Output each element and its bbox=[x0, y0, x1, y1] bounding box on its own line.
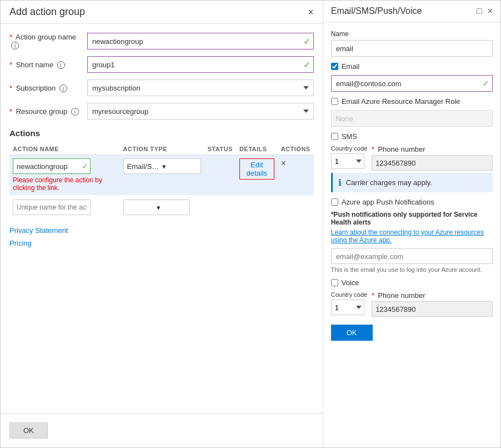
resource-group-info-icon[interactable]: i bbox=[71, 108, 79, 116]
push-checkbox[interactable] bbox=[331, 198, 338, 206]
new-action-actions-cell bbox=[278, 195, 314, 220]
action-name-input[interactable] bbox=[13, 158, 91, 174]
col-action-name: ACTION NAME bbox=[9, 143, 120, 155]
email-azure-role-label: Email Azure Resource Manager Role bbox=[342, 97, 460, 106]
action-type-cell: Email/SMS/Push/V... ▾ bbox=[120, 155, 204, 196]
email-azure-role-checkbox-row: Email Azure Resource Manager Role bbox=[331, 97, 493, 106]
push-email-input[interactable] bbox=[331, 248, 493, 264]
sms-phone-col: * Phone number bbox=[372, 145, 493, 171]
action-type-dropdown[interactable]: Email/SMS/Push/V... ▾ bbox=[123, 158, 201, 174]
actions-section-title: Actions bbox=[9, 128, 314, 138]
voice-phone-input[interactable] bbox=[372, 301, 493, 317]
short-name-check-icon: ✓ bbox=[303, 59, 310, 70]
action-status-cell bbox=[204, 155, 236, 196]
new-action-name-input[interactable] bbox=[13, 200, 91, 215]
actions-table: ACTION NAME ACTION TYPE STATUS DETAILS A… bbox=[9, 143, 314, 220]
email-checkbox-label: Email bbox=[342, 62, 360, 71]
push-checkbox-row: Azure app Push Notifications bbox=[331, 198, 493, 206]
left-panel: Add action group × * Action group name i… bbox=[1, 1, 323, 447]
subscription-group: * Subscription i mysubscription bbox=[9, 79, 314, 96]
action-actions-cell: × bbox=[278, 155, 314, 196]
col-actions: ACTIONS bbox=[278, 143, 314, 155]
email-input-wrap: ✓ bbox=[331, 75, 493, 92]
sms-country-select[interactable]: 1 bbox=[331, 153, 364, 169]
action-group-name-label: * Action group name i bbox=[9, 33, 87, 49]
right-panel-header: Email/SMS/Push/Voice □ × bbox=[323, 1, 500, 22]
new-action-details-cell bbox=[236, 195, 278, 220]
sms-checkbox-row: SMS bbox=[331, 132, 493, 141]
sms-checkbox-label: SMS bbox=[342, 132, 357, 141]
subscription-label: * Subscription i bbox=[9, 84, 87, 92]
voice-checkbox-row: Voice bbox=[331, 278, 493, 287]
push-checkbox-label: Azure app Push Notifications bbox=[342, 198, 434, 206]
action-name-cell: ✓ Please configure the action by clickin… bbox=[9, 155, 120, 196]
email-check-icon: ✓ bbox=[483, 79, 489, 88]
name-field-label: Name bbox=[331, 30, 493, 38]
col-details: DETAILS bbox=[236, 143, 278, 155]
right-ok-button[interactable]: OK bbox=[331, 325, 373, 341]
voice-country-code-label: Country code bbox=[331, 291, 367, 298]
privacy-statement-link[interactable]: Privacy Statement bbox=[9, 226, 314, 235]
new-action-name-cell bbox=[9, 195, 120, 220]
voice-checkbox[interactable] bbox=[331, 279, 338, 286]
required-star-2: * bbox=[9, 61, 12, 69]
pricing-link[interactable]: Pricing bbox=[9, 239, 314, 247]
voice-country-col: Country code 1 bbox=[331, 291, 367, 315]
right-panel: Email/SMS/Push/Voice □ × Name Email ✓ bbox=[323, 1, 500, 447]
action-type-chevron-icon: ▾ bbox=[162, 162, 197, 171]
new-action-type-dropdown[interactable]: ▾ bbox=[123, 200, 190, 215]
voice-phone-col: * Phone number bbox=[372, 291, 493, 317]
carrier-banner: ℹ Carrier charges may apply. bbox=[331, 173, 493, 192]
resource-group-select[interactable]: myresourcegroup bbox=[87, 103, 314, 120]
col-status: STATUS bbox=[204, 143, 236, 155]
left-panel-header: Add action group × bbox=[1, 1, 323, 24]
right-header-icons: □ × bbox=[477, 6, 493, 16]
sms-phone-input[interactable] bbox=[372, 155, 493, 171]
resource-group-label: * Resource group i bbox=[9, 107, 87, 116]
azure-role-select[interactable]: None bbox=[331, 110, 493, 127]
left-ok-button[interactable]: OK bbox=[9, 422, 48, 439]
short-name-group: * Short name i ✓ bbox=[9, 56, 314, 73]
email-checkbox[interactable] bbox=[331, 63, 338, 70]
sms-country-code-label: Country code bbox=[331, 145, 367, 152]
action-name-check-icon: ✓ bbox=[82, 162, 88, 171]
new-action-type-chevron-icon: ▾ bbox=[157, 203, 186, 212]
left-panel-title: Add action group bbox=[9, 6, 85, 18]
voice-phone-label: * Phone number bbox=[372, 291, 493, 300]
required-star: * bbox=[9, 33, 12, 41]
voice-country-phone-row: Country code 1 * Phone number bbox=[331, 291, 493, 317]
table-row: ✓ Please configure the action by clickin… bbox=[9, 155, 314, 196]
left-panel-close-button[interactable]: × bbox=[308, 7, 314, 17]
right-close-button[interactable]: × bbox=[488, 6, 493, 16]
right-panel-body: Name Email ✓ Email Azure Resource Manage… bbox=[323, 22, 500, 447]
push-link[interactable]: Learn about the connecting to your Azure… bbox=[331, 228, 493, 244]
subscription-info-icon[interactable]: i bbox=[59, 84, 67, 92]
sms-checkbox[interactable] bbox=[331, 133, 338, 140]
short-name-input[interactable] bbox=[87, 56, 314, 73]
required-star-4: * bbox=[9, 107, 12, 116]
short-name-input-wrap: ✓ bbox=[87, 56, 314, 73]
action-group-name-check-icon: ✓ bbox=[303, 36, 310, 47]
required-star-3: * bbox=[9, 84, 12, 92]
action-error-text: Please configure the action by clicking … bbox=[13, 176, 117, 192]
sms-phone-label: * Phone number bbox=[372, 145, 493, 153]
right-panel-title: Email/SMS/Push/Voice bbox=[331, 6, 422, 16]
carrier-text: Carrier charges may apply. bbox=[346, 178, 432, 187]
left-panel-body: * Action group name i newactiongroup ✓ *… bbox=[1, 24, 323, 413]
action-name-wrap: ✓ bbox=[13, 158, 91, 174]
subscription-select[interactable]: mysubscription bbox=[87, 79, 314, 96]
email-azure-role-checkbox[interactable] bbox=[331, 98, 338, 105]
action-group-name-group: * Action group name i newactiongroup ✓ bbox=[9, 33, 314, 49]
new-action-type-cell: ▾ bbox=[120, 195, 204, 220]
short-name-info-icon[interactable]: i bbox=[57, 61, 65, 69]
name-input[interactable] bbox=[331, 40, 493, 57]
edit-details-button[interactable]: Edit details bbox=[239, 158, 274, 180]
email-input[interactable] bbox=[331, 75, 493, 92]
push-note-text: *Push notifications only supported for S… bbox=[331, 211, 493, 226]
delete-action-button[interactable]: × bbox=[281, 158, 286, 168]
voice-country-select[interactable]: 1 bbox=[331, 300, 364, 315]
voice-checkbox-label: Voice bbox=[342, 278, 359, 287]
action-group-name-input[interactable]: newactiongroup bbox=[87, 33, 314, 49]
action-group-name-info-icon[interactable]: i bbox=[11, 42, 19, 49]
minimize-button[interactable]: □ bbox=[477, 6, 482, 16]
